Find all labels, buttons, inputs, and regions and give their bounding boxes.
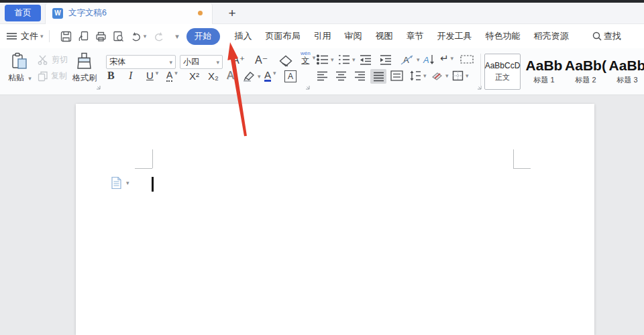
chevron-down-icon: ▾ [175, 32, 179, 41]
justify-button[interactable] [370, 69, 386, 84]
search-icon [592, 31, 602, 41]
text-direction-dropdown-icon: ▾ [417, 56, 420, 63]
font-size-value: 小四 [183, 56, 199, 68]
widget-dropdown-icon: ▾ [126, 180, 129, 186]
document-options-icon [111, 176, 123, 190]
new-tab-button[interactable]: + [223, 5, 241, 22]
bold-button[interactable]: B [107, 70, 115, 82]
bullet-list-icon [317, 54, 329, 65]
ribbon-tab-section[interactable]: 章节 [407, 30, 424, 42]
grow-font-button[interactable]: A⁺ [232, 54, 245, 66]
font-group: 宋体 ▾ 小四 ▾ A⁺ A⁻ wén 文 ▾ B I U ▾ A ▾ [105, 48, 314, 95]
document-page[interactable]: ▾ [76, 104, 594, 335]
ribbon-tab-references[interactable]: 引用 [314, 30, 331, 42]
highlight-color-button[interactable]: ▾ [243, 71, 261, 82]
highlight-dropdown-icon: ▾ [258, 73, 261, 80]
shrink-font-button[interactable]: A⁻ [255, 54, 268, 66]
menu-bar: 文件 ▾ ▾ ▾ 开始 插入 页面布局 引用 审阅 视图 章节 开发工具 特色功… [0, 24, 644, 48]
line-spacing-button[interactable]: ▾ [409, 70, 427, 81]
undo-icon [131, 31, 142, 42]
font-size-dropdown-icon: ▾ [216, 59, 219, 66]
shading-button[interactable]: ▾ [431, 70, 449, 81]
decrease-indent-button[interactable] [360, 54, 372, 65]
style-item-heading2[interactable]: AaBb( 标题 2 [565, 54, 606, 90]
font-size-select[interactable]: 小四 ▾ [180, 55, 223, 69]
clear-format-button[interactable] [279, 55, 292, 67]
print-button[interactable] [95, 29, 107, 43]
pinyin-guide-button[interactable]: wén 文 ▾ [301, 51, 315, 64]
redo-button[interactable] [153, 29, 165, 43]
svg-text:A: A [423, 55, 429, 65]
paste-options-widget[interactable]: ▾ [111, 176, 129, 190]
numbered-list-button[interactable]: ▾ [338, 54, 356, 65]
ribbon-group-separator [480, 54, 481, 88]
clipboard-dialog-launcher[interactable] [95, 84, 101, 90]
borders-button[interactable]: ▾ [452, 70, 469, 81]
text-direction-button[interactable]: A ▾ [400, 54, 420, 66]
print-preview-button[interactable] [113, 29, 125, 43]
style-item-body[interactable]: AaBbCcD 正文 [484, 54, 521, 90]
style-item-heading1[interactable]: AaBb 标题 1 [523, 54, 565, 90]
home-tab[interactable]: 首页 [5, 5, 41, 21]
quick-access-more-button[interactable]: ▾ [170, 29, 182, 43]
save-icon [60, 31, 72, 42]
tab-stops-button[interactable] [460, 55, 474, 64]
line-spacing-dropdown-icon: ▾ [423, 72, 427, 79]
subscript-button[interactable]: X₂ [208, 70, 219, 82]
styles-gallery: AaBbCcD 正文 AaBb 标题 1 AaBb( 标题 2 AaBb 标题 … [484, 54, 644, 90]
format-painter-button[interactable]: 格式刷 [72, 52, 97, 84]
ribbon-tab-page-layout[interactable]: 页面布局 [266, 30, 301, 42]
save-button[interactable] [60, 29, 72, 43]
font-color-glyph: A [264, 70, 271, 82]
vertical-text-button[interactable]: A [423, 54, 435, 66]
clipboard-group: 粘贴 ▾ 剪切 复制 格式刷 [5, 48, 101, 95]
line-spacing-icon [409, 70, 421, 81]
align-left-button[interactable] [317, 71, 328, 81]
increase-indent-button[interactable] [380, 54, 392, 65]
bullet-list-button[interactable]: ▾ [317, 54, 334, 65]
text-effects-button[interactable]: A [227, 70, 234, 82]
margin-mark-top-left-vertical [152, 149, 153, 168]
ribbon-tab-start[interactable]: 开始 [186, 28, 220, 45]
print-preview-icon [113, 31, 124, 42]
distribute-text-button[interactable] [390, 70, 403, 81]
ribbon-tab-dev-tools[interactable]: 开发工具 [437, 30, 472, 42]
distribute-text-icon [390, 70, 403, 81]
export-pdf-button[interactable] [78, 29, 90, 43]
emphasis-glyph: A [166, 70, 172, 82]
character-border-button[interactable]: A [284, 70, 297, 82]
eraser-icon [279, 55, 292, 67]
document-tab[interactable]: W 文字文稿6 [45, 3, 213, 24]
align-center-button[interactable] [335, 71, 347, 81]
align-right-button[interactable] [354, 71, 366, 81]
style-item-heading3[interactable]: AaBb 标题 3 [606, 54, 644, 90]
ribbon: 粘贴 ▾ 剪切 复制 格式刷 宋体 ▾ 小四 ▾ A⁺ A⁻ [0, 48, 644, 95]
style-label: 正文 [495, 72, 510, 82]
italic-button[interactable]: I [129, 70, 132, 82]
ribbon-tab-docer[interactable]: 稻壳资源 [534, 30, 569, 42]
format-painter-label: 格式刷 [72, 72, 97, 84]
ribbon-tab-review[interactable]: 审阅 [345, 30, 362, 42]
font-color-button[interactable]: A ▾ [264, 70, 276, 82]
font-dialog-launcher[interactable] [305, 84, 310, 90]
emphasis-mark-button[interactable]: A ▾ [166, 70, 178, 82]
style-label: 标题 3 [616, 75, 637, 85]
main-menu-button[interactable]: 文件 ▾ [7, 30, 44, 42]
line-break-button[interactable]: ↵ ▾ [440, 52, 453, 64]
copy-icon [38, 71, 48, 82]
export-pdf-icon [78, 31, 89, 42]
ribbon-tab-view[interactable]: 视图 [376, 30, 393, 42]
superscript-button[interactable]: X² [189, 70, 199, 82]
undo-button[interactable]: ▾ [130, 29, 148, 43]
ribbon-tab-features[interactable]: 特色功能 [486, 30, 521, 42]
ribbon-tab-insert[interactable]: 插入 [235, 30, 252, 42]
find-button[interactable]: 查找 [592, 30, 621, 42]
style-label: 标题 2 [575, 75, 596, 85]
document-canvas[interactable]: ▾ [0, 95, 644, 335]
underline-button[interactable]: U ▾ [146, 70, 158, 81]
paste-button[interactable]: 粘贴 ▾ [8, 52, 32, 84]
align-left-icon [317, 71, 328, 81]
copy-button[interactable]: 复制 [38, 70, 67, 82]
font-name-select[interactable]: 宋体 ▾ [106, 55, 176, 69]
cut-button[interactable]: 剪切 [38, 54, 68, 66]
